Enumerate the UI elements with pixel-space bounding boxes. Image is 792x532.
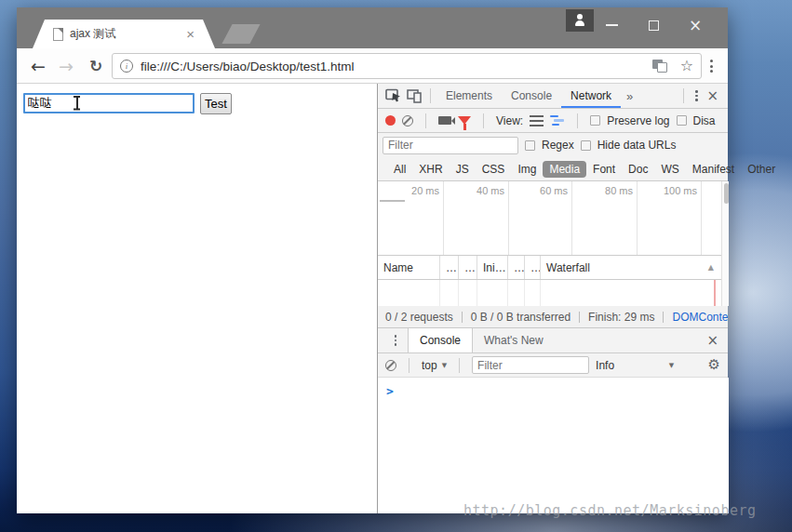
log-level-select[interactable]: Info ▼ — [596, 359, 674, 372]
sort-ascending-icon[interactable]: ▲ — [708, 263, 714, 272]
drawer-menu-icon[interactable] — [389, 333, 402, 348]
new-tab-button[interactable] — [221, 24, 260, 44]
console-prompt-chevron[interactable]: > — [386, 384, 394, 398]
divider — [462, 312, 463, 323]
column-time[interactable]: … — [525, 256, 541, 279]
column-name[interactable]: Name — [378, 256, 440, 279]
type-filter-other[interactable]: Other — [741, 161, 782, 178]
address-bar[interactable]: i file:///C:/Users/biao/Desktop/test1.ht… — [112, 53, 702, 79]
forward-button[interactable]: → — [54, 54, 78, 78]
devtools-close-icon[interactable]: × — [703, 87, 722, 104]
hide-data-urls-label: Hide data URLs — [597, 139, 677, 152]
preserve-log-label: Preserve log — [607, 114, 669, 127]
tick-label: 100 ms — [643, 185, 697, 196]
devtools-panel: Elements Console Network » × View: — [377, 84, 728, 513]
url-text[interactable]: file:///C:/Users/biao/Desktop/test1.html — [141, 60, 652, 73]
clear-console-icon[interactable] — [385, 360, 396, 371]
scrollbar-thumb[interactable] — [724, 183, 729, 204]
type-filter-doc[interactable]: Doc — [622, 161, 654, 178]
type-filter-manifest[interactable]: Manifest — [686, 161, 741, 178]
page-content: Test — [17, 84, 377, 513]
drawer-close-icon[interactable]: × — [703, 332, 722, 349]
requests-table-header: Name … … Ini… … … Waterfall ▲ — [378, 256, 721, 280]
type-filter-img[interactable]: Img — [511, 161, 543, 178]
record-button[interactable] — [385, 115, 396, 126]
tab-network[interactable]: Network — [561, 84, 621, 108]
minimize-icon — [606, 24, 618, 26]
type-filter-font[interactable]: Font — [586, 161, 622, 178]
tick-label: 60 ms — [514, 185, 568, 196]
more-tabs-chevron[interactable]: » — [621, 89, 638, 103]
column-initiator[interactable]: Ini… — [477, 256, 508, 279]
minimize-button[interactable] — [596, 11, 627, 39]
divider — [579, 312, 580, 323]
transferred-size: 0 B / 0 B transferred — [471, 311, 571, 324]
inspect-element-icon[interactable] — [383, 88, 404, 103]
console-output[interactable]: > — [378, 378, 729, 513]
column-status[interactable]: … — [440, 256, 459, 279]
log-level-label: Info — [596, 359, 614, 372]
column-type[interactable]: … — [459, 256, 477, 279]
type-filter-all[interactable]: All — [387, 161, 412, 178]
requests-table-body[interactable] — [378, 280, 721, 306]
network-filter-input[interactable] — [383, 137, 518, 154]
titlebar[interactable]: ajax 测试 × × — [17, 7, 728, 48]
context-selector[interactable]: top ▼ — [422, 359, 447, 372]
gridline — [701, 181, 702, 255]
type-filter-ws[interactable]: WS — [654, 161, 685, 178]
filter-funnel-icon[interactable] — [458, 116, 471, 125]
column-size[interactable]: … — [508, 256, 525, 279]
regex-checkbox[interactable] — [525, 140, 535, 151]
clear-icon[interactable] — [402, 115, 413, 126]
maximize-icon — [649, 20, 659, 31]
network-toolbar: View: Preserve log Disa — [378, 109, 728, 133]
text-input[interactable] — [23, 93, 195, 113]
window-close-button[interactable]: × — [679, 11, 711, 39]
watermark-text: http://blog.csdn.net/Marksinoberg — [463, 502, 757, 519]
console-filter-input[interactable] — [472, 356, 589, 374]
bookmark-star-icon[interactable]: ☆ — [680, 59, 693, 73]
tab-console[interactable]: Console — [502, 84, 561, 108]
type-filter-xhr[interactable]: XHR — [412, 161, 449, 178]
domcontentloaded-time: DOMConten… — [672, 311, 728, 324]
type-filter-css[interactable]: CSS — [476, 161, 512, 178]
overview-scrubber[interactable] — [380, 200, 405, 202]
overview-view-icon[interactable] — [550, 115, 565, 126]
divider — [683, 88, 684, 103]
drawer-tab-console[interactable]: Console — [408, 328, 473, 352]
gridline — [571, 181, 572, 255]
devtools-tabbar: Elements Console Network » × — [378, 84, 728, 109]
profile-avatar-button[interactable] — [566, 9, 594, 32]
tick-label: 20 ms — [385, 185, 439, 196]
regex-label: Regex — [542, 139, 574, 152]
network-overview-timeline[interactable]: 20 ms 40 ms 60 ms 80 ms 100 ms — [378, 181, 721, 256]
console-settings-gear-icon[interactable]: ⚙ — [708, 358, 720, 372]
tab-elements[interactable]: Elements — [436, 84, 502, 108]
gridline — [637, 181, 638, 255]
list-view-icon[interactable] — [530, 115, 544, 126]
back-button[interactable]: ← — [26, 54, 50, 78]
type-filter-media[interactable]: Media — [543, 161, 586, 178]
tab-close-icon[interactable]: × — [186, 27, 195, 41]
console-toolbar: top ▼ Info ▼ ⚙ — [378, 353, 728, 378]
column-waterfall[interactable]: Waterfall ▲ — [541, 256, 721, 279]
capture-screenshots-icon[interactable] — [438, 116, 451, 125]
translate-icon[interactable] — [652, 60, 667, 73]
hide-data-urls-checkbox[interactable] — [581, 140, 591, 151]
maximize-button[interactable] — [638, 11, 669, 39]
device-toolbar-icon[interactable] — [404, 89, 424, 103]
reload-button[interactable]: ↻ — [84, 54, 108, 78]
preserve-log-checkbox[interactable] — [590, 115, 600, 126]
type-filter-js[interactable]: JS — [450, 161, 476, 178]
person-icon — [572, 14, 587, 27]
disable-cache-checkbox[interactable] — [677, 115, 687, 126]
finish-time: Finish: 29 ms — [588, 311, 654, 324]
chevron-down-icon: ▼ — [669, 362, 674, 369]
browser-menu-button[interactable] — [704, 57, 718, 75]
devtools-scrollbar[interactable] — [721, 181, 729, 306]
browser-tab[interactable]: ajax 测试 × — [33, 20, 215, 48]
devtools-menu-icon[interactable] — [690, 88, 703, 103]
page-info-icon[interactable]: i — [120, 60, 133, 73]
drawer-tab-whats-new[interactable]: What's New — [473, 328, 555, 352]
test-button[interactable]: Test — [200, 93, 232, 114]
